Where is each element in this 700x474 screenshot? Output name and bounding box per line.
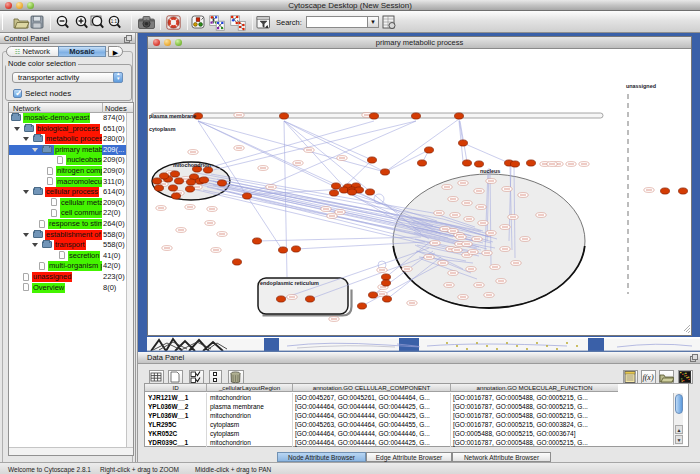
svg-text:1:1: 1:1 xyxy=(111,19,118,24)
svg-text:plasma membrane: plasma membrane xyxy=(149,113,196,119)
svg-text:nucleus: nucleus xyxy=(480,168,500,174)
svg-text:cytoplasm: cytoplasm xyxy=(149,126,176,132)
svg-text:endoplasmic reticulum: endoplasmic reticulum xyxy=(260,280,319,286)
svg-text:f(x): f(x) xyxy=(642,373,653,382)
svg-text:mitochondrion: mitochondrion xyxy=(173,162,211,168)
svg-text:unassigned: unassigned xyxy=(626,83,656,89)
